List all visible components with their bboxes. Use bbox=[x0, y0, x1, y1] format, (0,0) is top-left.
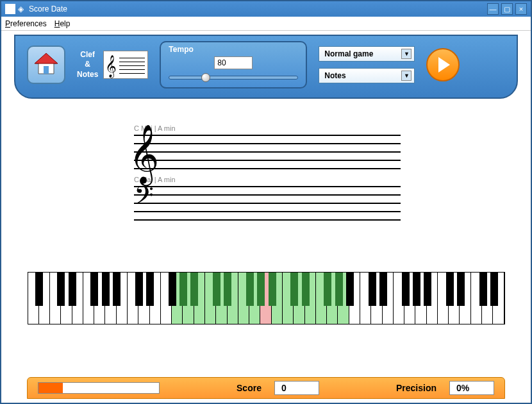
exercise-type-select[interactable]: Notes ▼ bbox=[319, 68, 415, 83]
menu-preferences[interactable]: Preferences bbox=[5, 19, 47, 28]
minimize-button[interactable]: — bbox=[487, 3, 499, 15]
black-key[interactable] bbox=[257, 273, 265, 306]
black-key[interactable] bbox=[413, 273, 420, 306]
black-key[interactable] bbox=[146, 273, 154, 306]
close-button[interactable]: × bbox=[515, 3, 527, 15]
progress-fill bbox=[38, 383, 63, 393]
maximize-button[interactable]: ▢ bbox=[501, 3, 513, 15]
window-title: Score Date bbox=[29, 4, 485, 13]
tempo-label: Tempo bbox=[169, 45, 298, 54]
black-key[interactable] bbox=[135, 273, 143, 306]
bass-staff: 𝄢 bbox=[131, 186, 401, 221]
treble-staff: 𝄞 bbox=[131, 135, 401, 169]
tempo-slider-thumb[interactable] bbox=[201, 73, 210, 82]
black-key[interactable] bbox=[346, 273, 354, 306]
music-staves: C Maj | A min 𝄞 C Maj | A min 𝄢 bbox=[1, 124, 531, 227]
black-key[interactable] bbox=[57, 273, 65, 306]
black-key[interactable] bbox=[169, 273, 176, 306]
menu-help[interactable]: Help bbox=[54, 19, 71, 28]
clef-notes-label: Clef & Notes bbox=[77, 50, 98, 80]
piano-keyboard[interactable] bbox=[28, 272, 505, 324]
black-key[interactable] bbox=[113, 273, 121, 306]
menubar: Preferences Help bbox=[1, 17, 531, 31]
app-window: ♪ ◈ Score Date — ▢ × Preferences Help Cl… bbox=[0, 0, 532, 404]
svg-marker-1 bbox=[35, 53, 58, 63]
black-key[interactable] bbox=[424, 273, 431, 306]
black-key[interactable] bbox=[302, 273, 310, 306]
titlebar-bullet: ◈ bbox=[18, 4, 24, 13]
black-key[interactable] bbox=[446, 273, 454, 306]
svg-rect-2 bbox=[44, 66, 49, 74]
black-key[interactable] bbox=[35, 273, 43, 306]
bass-key-label: C Maj | A min bbox=[134, 176, 401, 183]
clef-notes-button[interactable]: Clef & Notes 𝄞 bbox=[77, 50, 148, 80]
black-key[interactable] bbox=[335, 273, 343, 306]
black-key[interactable] bbox=[224, 273, 231, 306]
black-key[interactable] bbox=[102, 273, 110, 306]
home-button[interactable] bbox=[27, 46, 65, 84]
progress-bar bbox=[38, 382, 160, 394]
status-bar: Score 0 Precision 0% bbox=[27, 377, 505, 399]
black-key[interactable] bbox=[69, 273, 76, 306]
black-key[interactable] bbox=[379, 273, 387, 306]
mode-selects: Normal game ▼ Notes ▼ bbox=[319, 46, 415, 83]
tempo-panel: Tempo bbox=[160, 41, 307, 88]
precision-label: Precision bbox=[396, 383, 436, 393]
black-key[interactable] bbox=[213, 273, 220, 306]
black-key[interactable] bbox=[246, 273, 254, 306]
black-key[interactable] bbox=[190, 273, 198, 306]
black-key[interactable] bbox=[479, 273, 487, 306]
tempo-slider[interactable] bbox=[169, 76, 298, 80]
chevron-down-icon: ▼ bbox=[401, 71, 411, 81]
precision-value: 0% bbox=[449, 381, 494, 395]
game-mode-select[interactable]: Normal game ▼ bbox=[319, 46, 415, 62]
toolbar: Clef & Notes 𝄞 Tempo Normal game ▼ Notes bbox=[14, 35, 518, 99]
game-mode-value: Normal game bbox=[324, 49, 373, 58]
black-key[interactable] bbox=[290, 273, 298, 306]
clef-preview: 𝄞 bbox=[103, 51, 148, 79]
play-icon bbox=[438, 57, 450, 72]
black-key[interactable] bbox=[179, 273, 187, 306]
play-button[interactable] bbox=[426, 48, 460, 81]
black-key[interactable] bbox=[457, 273, 465, 306]
home-icon bbox=[32, 51, 60, 79]
black-key[interactable] bbox=[90, 273, 98, 306]
chevron-down-icon: ▼ bbox=[401, 49, 411, 59]
black-key[interactable] bbox=[402, 273, 410, 306]
treble-key-label: C Maj | A min bbox=[134, 124, 401, 132]
black-key[interactable] bbox=[269, 273, 276, 306]
exercise-type-value: Notes bbox=[324, 71, 345, 80]
black-key[interactable] bbox=[490, 273, 498, 306]
score-value: 0 bbox=[274, 381, 319, 395]
app-icon: ♪ bbox=[5, 4, 15, 14]
tempo-input[interactable] bbox=[214, 56, 253, 69]
black-key[interactable] bbox=[324, 273, 331, 306]
titlebar: ♪ ◈ Score Date — ▢ × bbox=[1, 1, 531, 17]
score-label: Score bbox=[237, 383, 262, 393]
black-key[interactable] bbox=[369, 273, 376, 306]
